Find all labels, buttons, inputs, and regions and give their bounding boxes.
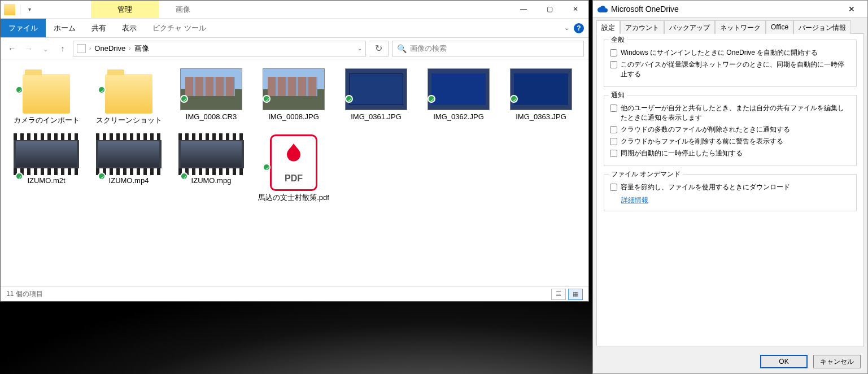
- sync-status-icon: [98, 172, 106, 180]
- file-label: IMG_0008.JPG: [268, 112, 319, 122]
- sync-status-icon: [180, 172, 188, 180]
- status-bar: 11 個の項目 ☰ ▦: [1, 286, 588, 301]
- sync-status-icon: [345, 95, 353, 103]
- file-item[interactable]: カメラのインポート: [5, 66, 88, 128]
- status-item-count: 11 個の項目: [6, 289, 43, 299]
- file-item[interactable]: PDF馬込の文士村散策.pdf: [252, 132, 335, 205]
- folder-icon: [4, 4, 15, 15]
- window-title: 画像: [159, 1, 511, 18]
- sync-status-icon: [263, 163, 271, 171]
- file-item[interactable]: IMG_0362.JPG: [417, 66, 500, 128]
- file-item[interactable]: IMG_0361.JPG: [335, 66, 417, 128]
- group-general: 全般 Windows にサインインしたときに OneDrive を自動的に開始す…: [604, 40, 857, 87]
- ribbon-tab-share[interactable]: 共有: [84, 19, 114, 37]
- group-title-notifications: 通知: [609, 90, 627, 100]
- checkbox-autostart[interactable]: Windows にサインインしたときに OneDrive を自動的に開始する: [610, 48, 850, 58]
- file-label: IMG_0362.JPG: [433, 112, 484, 122]
- checkbox-mass-delete-notify[interactable]: クラウドの多数のファイルが削除されたときに通知する: [610, 125, 850, 134]
- explorer-window: ▾ 管理 画像 — ▢ ✕ ファイル ホーム 共有 表示 ピクチャ ツール ⌄ …: [0, 0, 589, 302]
- file-label: IZUMO.m2t: [27, 176, 65, 186]
- nav-back-button[interactable]: ←: [5, 42, 19, 55]
- onedrive-title: Microsoft OneDrive: [611, 5, 679, 14]
- onedrive-settings-dialog: Microsoft OneDrive ✕ 設定 アカウント バックアップ ネット…: [592, 0, 868, 374]
- address-bar[interactable]: › OneDrive › 画像 ⌄: [73, 41, 366, 56]
- separator: [20, 5, 20, 15]
- refresh-button[interactable]: ↻: [369, 41, 389, 56]
- file-item[interactable]: IZUMO.mpg: [170, 132, 252, 205]
- minimize-button[interactable]: —: [511, 1, 536, 18]
- address-dropdown-icon[interactable]: ⌄: [357, 45, 362, 51]
- ribbon-tab-picture-tools[interactable]: ピクチャ ツール: [145, 19, 214, 37]
- search-input[interactable]: 🔍 画像の検索: [392, 41, 584, 56]
- maximize-button[interactable]: ▢: [536, 1, 562, 18]
- file-item[interactable]: スクリーンショット: [88, 66, 170, 128]
- checkbox-delete-warn[interactable]: クラウドからファイルを削除する前に警告を表示する: [610, 137, 850, 146]
- context-tab-manage[interactable]: 管理: [91, 1, 159, 18]
- tab-account[interactable]: アカウント: [620, 20, 664, 34]
- cloud-icon: [597, 6, 608, 12]
- cancel-button[interactable]: キャンセル: [813, 355, 861, 368]
- image-thumbnail: [510, 68, 572, 110]
- ribbon-tab-home[interactable]: ホーム: [46, 19, 84, 37]
- explorer-titlebar[interactable]: ▾ 管理 画像 — ▢ ✕: [1, 1, 588, 19]
- file-label: IZUMO.mp4: [109, 176, 149, 186]
- file-label: IMG_0008.CR3: [186, 112, 237, 122]
- pdf-icon: PDF: [270, 134, 317, 191]
- tab-settings[interactable]: 設定: [596, 20, 620, 34]
- file-item[interactable]: IMG_0008.JPG: [252, 66, 335, 128]
- file-label: IZUMO.mpg: [191, 176, 232, 186]
- checkbox-share-notify[interactable]: 他のユーザーが自分と共有したとき、または自分の共有ファイルを編集したときに通知を…: [610, 103, 850, 123]
- link-more-info[interactable]: 詳細情報: [621, 195, 648, 205]
- folder-icon: [105, 74, 152, 114]
- file-item[interactable]: IMG_0363.JPG: [500, 66, 582, 128]
- onedrive-close-button[interactable]: ✕: [840, 1, 863, 17]
- tab-network[interactable]: ネットワーク: [715, 20, 766, 34]
- qat-chevron-icon[interactable]: ▾: [25, 6, 34, 12]
- tab-about[interactable]: バージョン情報: [793, 20, 851, 34]
- crumb-onedrive[interactable]: OneDrive: [94, 44, 125, 53]
- checkbox-metered-pause[interactable]: このデバイスが従量課金制ネットワークのときに、同期を自動的に一時停止する: [610, 60, 850, 79]
- sync-status-icon: [15, 172, 23, 180]
- file-item[interactable]: IMG_0008.CR3: [170, 66, 252, 128]
- file-label: カメラのインポート: [14, 116, 80, 125]
- file-item[interactable]: IZUMO.m2t: [5, 132, 88, 205]
- tab-backup[interactable]: バックアップ: [664, 20, 715, 34]
- file-label: IMG_0363.JPG: [516, 112, 566, 122]
- view-details-button[interactable]: ☰: [551, 289, 566, 300]
- view-thumbnails-button[interactable]: ▦: [568, 289, 583, 300]
- group-title-general: 全般: [609, 35, 627, 45]
- onedrive-titlebar[interactable]: Microsoft OneDrive ✕: [593, 1, 867, 18]
- nav-up-button[interactable]: ↑: [56, 42, 69, 55]
- group-files-on-demand: ファイル オンデマンド 容量を節約し、ファイルを使用するときにダウンロード 詳細…: [604, 174, 857, 211]
- ribbon-tab-view[interactable]: 表示: [114, 19, 145, 37]
- tab-office[interactable]: Office: [766, 20, 793, 34]
- nav-forward-button[interactable]: →: [22, 42, 36, 55]
- ribbon-tab-file[interactable]: ファイル: [1, 19, 46, 37]
- help-icon[interactable]: ?: [574, 23, 584, 33]
- video-thumbnail: [14, 134, 79, 174]
- crumb-pictures[interactable]: 画像: [134, 44, 149, 54]
- chevron-right-icon[interactable]: ›: [129, 45, 130, 51]
- checkbox-files-on-demand[interactable]: 容量を節約し、ファイルを使用するときにダウンロード: [610, 182, 850, 192]
- ribbon-collapse-icon[interactable]: ⌄: [564, 24, 569, 32]
- checkbox-pause-notify[interactable]: 同期が自動的に一時停止したら通知する: [610, 149, 850, 158]
- nav-recent-button[interactable]: ⌄: [39, 42, 53, 55]
- sync-status-icon: [98, 86, 106, 94]
- video-thumbnail: [96, 134, 162, 174]
- chevron-right-icon[interactable]: ›: [89, 45, 91, 51]
- onedrive-tabs: 設定 アカウント バックアップ ネットワーク Office バージョン情報: [593, 18, 867, 33]
- onedrive-body: 全般 Windows にサインインしたときに OneDrive を自動的に開始す…: [596, 33, 864, 346]
- image-thumbnail: [263, 68, 325, 110]
- sync-status-icon: [180, 95, 188, 103]
- sync-status-icon: [15, 86, 23, 94]
- group-title-fod: ファイル オンデマンド: [609, 169, 683, 179]
- search-icon: 🔍: [397, 44, 407, 53]
- image-thumbnail: [345, 68, 407, 110]
- file-item[interactable]: IZUMO.mp4: [88, 132, 170, 205]
- ok-button[interactable]: OK: [760, 355, 808, 368]
- sync-status-icon: [510, 95, 518, 103]
- file-list[interactable]: カメラのインポートスクリーンショットIMG_0008.CR3IMG_0008.J…: [1, 59, 588, 286]
- folder-icon: [23, 74, 70, 114]
- group-notifications: 通知 他のユーザーが自分と共有したとき、または自分の共有ファイルを編集したときに…: [604, 95, 857, 166]
- close-button[interactable]: ✕: [562, 1, 588, 18]
